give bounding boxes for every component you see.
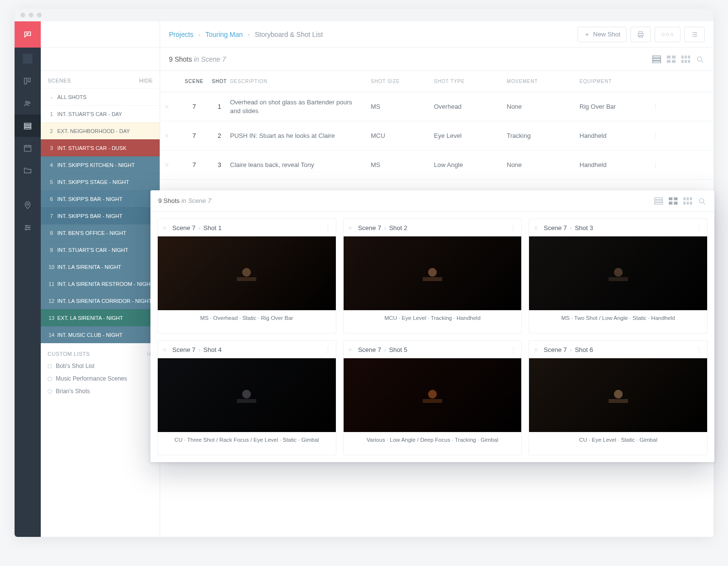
scenes-all-shots[interactable]: - ALL SHOTS	[41, 88, 160, 105]
breadcrumb-project[interactable]: Touring Man	[205, 31, 243, 38]
nav-people-icon[interactable]	[15, 92, 41, 115]
col-equipment: EQUIPMENT	[579, 79, 652, 84]
breadcrumb-projects[interactable]: Projects	[169, 31, 194, 38]
drag-handle-icon[interactable]: ≡	[165, 161, 180, 168]
view-list-icon[interactable]	[652, 55, 661, 63]
card-menu-icon[interactable]: ⋮	[510, 346, 516, 353]
card-thumbnail[interactable]	[529, 358, 707, 432]
svg-rect-23	[685, 55, 687, 58]
scene-row[interactable]: 11 INT. LA SIRENITA RESTROOM - NIGHT	[41, 275, 160, 292]
svg-point-56	[428, 390, 437, 399]
scene-row[interactable]: 7 INT. SKIPP'S BAR - NIGHT	[41, 207, 160, 224]
storyboard-card[interactable]: ≡ Scene 7 › Shot 5 ⋮ Various · Low Angle…	[343, 340, 522, 455]
row-menu-icon[interactable]: ⋮	[652, 132, 664, 139]
card-caption: CU · Eye Level · Static · Gimbal	[529, 432, 707, 448]
scene-row[interactable]: 12 INT. LA SIRENITA CORRIDOR - NIGHT	[41, 292, 160, 309]
float-view-grid3-icon[interactable]	[683, 197, 692, 205]
drag-handle-icon[interactable]: ≡	[534, 346, 544, 353]
scene-row[interactable]: 2 EXT. NEIGHBORHOOD - DAY	[41, 122, 160, 139]
search-icon[interactable]	[696, 55, 705, 63]
more-button[interactable]: ○○○	[655, 27, 680, 42]
nav-folder-icon[interactable]	[15, 159, 41, 182]
nav-shotlist-icon[interactable]	[15, 115, 41, 137]
storyboard-card[interactable]: ≡ Scene 7 › Shot 4 ⋮ CU · Three Shot / R…	[157, 340, 336, 455]
table-row[interactable]: ≡ 7 2 PUSH IN: Stuart as he looks at Cla…	[160, 121, 713, 150]
list-layout-button[interactable]	[684, 27, 705, 42]
chevron-right-icon: ›	[570, 346, 572, 353]
scene-row[interactable]: 14 INT. MUSIC CLUB - NIGHT	[41, 326, 160, 343]
storyboard-card[interactable]: ≡ Scene 7 › Shot 6 ⋮ CU · Eye Level · St…	[529, 340, 708, 455]
scene-row[interactable]: 5 INT. SKIPP'S STAGE - NIGHT	[41, 173, 160, 190]
traffic-light-min[interactable]	[29, 13, 33, 17]
scene-row[interactable]: 6 INT. SKIPP'S BAR - NIGHT	[41, 190, 160, 207]
view-grid3-icon[interactable]	[681, 55, 690, 63]
storyboard-card[interactable]: ≡ Scene 7 › Shot 1 ⋮ MS · Overhead · Sta…	[157, 218, 336, 333]
storyboard-card[interactable]: ≡ Scene 7 › Shot 2 ⋮ MCU · Eye Level · T…	[343, 218, 522, 333]
traffic-light-close[interactable]	[20, 13, 25, 17]
view-grid2-icon[interactable]	[667, 55, 676, 63]
storyboard-card[interactable]: ≡ Scene 7 › Shot 3 ⋮ MS · Two Shot / Low…	[529, 218, 708, 333]
card-scene-label: Scene 7	[358, 346, 381, 353]
card-thumbnail[interactable]	[344, 236, 522, 310]
nav-calendar-icon[interactable]	[15, 137, 41, 159]
scene-row[interactable]: 1 INT. STUART'S CAR - DAY	[41, 105, 160, 122]
scene-row[interactable]: 4 INT. SKIPP'S KITCHEN - NIGHT	[41, 156, 160, 173]
svg-rect-40	[687, 201, 689, 204]
float-search-icon[interactable]	[698, 197, 707, 205]
svg-point-47	[428, 268, 437, 277]
row-menu-icon[interactable]: ⋮	[652, 161, 664, 168]
drag-handle-icon[interactable]: ≡	[165, 132, 180, 139]
drag-handle-icon[interactable]: ≡	[348, 224, 358, 232]
drag-handle-icon[interactable]: ≡	[163, 346, 172, 353]
table-row[interactable]: ≡ 7 1 Overhead on shot glass as Bartende…	[160, 92, 713, 121]
chevron-right-icon: ›	[199, 224, 200, 232]
drag-handle-icon[interactable]: ≡	[534, 224, 544, 232]
svg-rect-25	[681, 60, 684, 63]
cell-size: MS	[371, 103, 434, 110]
table-row[interactable]: ≡ 7 3 Claire leans back, reveal Tony MS …	[160, 150, 713, 180]
scene-row[interactable]: 3 INT. STUART'S CAR - DUSK	[41, 139, 160, 156]
card-thumbnail[interactable]	[158, 358, 336, 432]
float-shots-context: in Scene 7	[182, 197, 211, 204]
card-thumbnail[interactable]	[344, 358, 522, 432]
card-thumbnail[interactable]	[529, 236, 707, 310]
row-menu-icon[interactable]: ⋮	[652, 103, 664, 110]
custom-list-item[interactable]: Brian's Shots	[48, 388, 153, 395]
nav-settings-icon[interactable]	[15, 216, 41, 239]
scene-row[interactable]: 10 INT. LA SIRENITA - NIGHT	[41, 258, 160, 275]
new-shot-button[interactable]: ＋ New Shot	[578, 27, 627, 42]
svg-rect-15	[653, 56, 661, 58]
scene-row[interactable]: 8 INT. BEN'S OFFICE - NIGHT	[41, 224, 160, 241]
card-scene-label: Scene 7	[358, 224, 381, 232]
scene-number: 8	[46, 230, 57, 236]
card-menu-icon[interactable]: ⋮	[510, 224, 516, 232]
card-menu-icon[interactable]: ⋮	[696, 224, 702, 232]
scene-number: 10	[46, 264, 57, 270]
custom-list-item[interactable]: Music Performance Scenes	[48, 375, 153, 382]
svg-point-3	[28, 102, 30, 104]
drag-handle-icon[interactable]: ≡	[348, 346, 358, 353]
cell-scene: 7	[180, 132, 209, 139]
float-view-list-icon[interactable]	[654, 197, 663, 205]
nav-boards-icon[interactable]	[15, 70, 41, 92]
nav-location-icon[interactable]	[15, 194, 41, 216]
card-menu-icon[interactable]: ⋮	[696, 346, 702, 353]
scene-row[interactable]: 9 INT. STUART'S CAR - NIGHT	[41, 241, 160, 258]
scenes-sidebar: SCENES HIDE - ALL SHOTS 1 INT. STUART'S …	[41, 21, 160, 537]
scenes-hide-toggle[interactable]: HIDE	[139, 78, 153, 83]
card-menu-icon[interactable]: ⋮	[325, 346, 331, 353]
app-logo[interactable]	[15, 21, 41, 48]
drag-handle-icon[interactable]: ≡	[163, 224, 172, 232]
nav-project-thumb[interactable]	[15, 48, 41, 70]
print-button[interactable]	[630, 27, 651, 42]
float-view-grid2-icon[interactable]	[669, 197, 678, 205]
traffic-light-max[interactable]	[37, 13, 42, 17]
custom-list-item[interactable]: Bob's Shot List	[48, 363, 153, 369]
card-menu-icon[interactable]: ⋮	[325, 224, 331, 232]
scene-row[interactable]: 13 EXT. LA SIRENITA - NIGHT	[41, 309, 160, 326]
drag-handle-icon[interactable]: ≡	[165, 103, 180, 110]
card-scene-label: Scene 7	[544, 346, 567, 353]
svg-point-50	[614, 268, 623, 277]
card-thumbnail[interactable]	[158, 236, 336, 310]
card-caption: CU · Three Shot / Rack Focus / Eye Level…	[158, 432, 336, 448]
